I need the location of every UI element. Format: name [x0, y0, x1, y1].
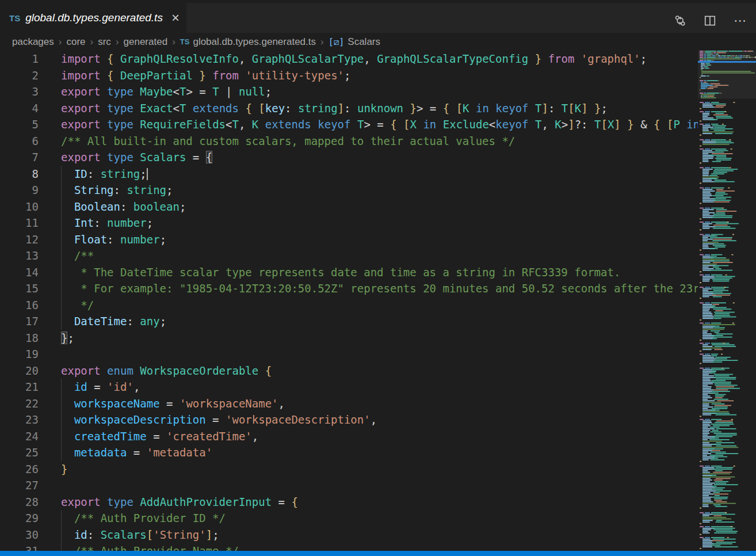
code-text: export type RequireFields<T, K extends k… — [61, 116, 698, 133]
line-number[interactable]: 15 — [0, 280, 39, 297]
line-number[interactable]: 17 — [0, 313, 39, 330]
split-editor-icon[interactable] — [704, 14, 716, 27]
line-number[interactable]: 4 — [0, 100, 39, 117]
code-line[interactable]: 28export type AddAuthProviderInput = { — [0, 494, 698, 511]
code-line[interactable]: 25 metadata = 'metadata' — [0, 444, 698, 461]
code-line[interactable]: 1import { GraphQLResolveInfo, GraphQLSca… — [0, 51, 698, 67]
code-text: createdTime = 'createdTime', — [61, 428, 258, 445]
code-line[interactable]: 24 createdTime = 'createdTime', — [0, 428, 698, 445]
breadcrumb-item-src[interactable]: src — [98, 36, 111, 48]
line-number[interactable]: 23 — [0, 412, 39, 428]
line-number[interactable]: 8 — [0, 166, 39, 182]
line-number[interactable]: 27 — [0, 477, 39, 494]
code-text: Float: number; — [61, 231, 166, 248]
code-text: metadata = 'metadata' — [61, 444, 212, 461]
line-number[interactable]: 20 — [0, 363, 39, 379]
ts-file-icon: TS — [180, 37, 190, 46]
code-line[interactable]: 17 DateTime: any; — [0, 313, 698, 330]
code-text: export type Scalars = { — [61, 149, 212, 166]
line-number[interactable]: 26 — [0, 461, 39, 478]
line-number[interactable]: 13 — [0, 247, 39, 264]
line-number[interactable]: 9 — [0, 182, 39, 199]
chevron-right-icon: › — [116, 36, 119, 48]
code-line[interactable]: 30 id: Scalars['String']; — [0, 527, 698, 543]
code-text: * For example: "1985-04-12T23:20:50.52Z"… — [61, 280, 698, 297]
code-line[interactable]: 22 workspaceName = 'workspaceName', — [0, 395, 698, 412]
close-icon[interactable]: × — [171, 12, 180, 24]
code-line[interactable]: 20export enum WorkspaceOrderable { — [0, 363, 698, 379]
breadcrumb-item-generated[interactable]: generated — [124, 36, 168, 48]
line-number[interactable]: 6 — [0, 133, 39, 150]
code-line[interactable]: 3export type Maybe<T> = T | null; — [0, 83, 698, 100]
line-number[interactable]: 24 — [0, 428, 39, 445]
line-number[interactable]: 2 — [0, 67, 39, 84]
code-line[interactable]: 21 id = 'id', — [0, 379, 698, 395]
code-line[interactable]: 18}; — [0, 330, 698, 346]
editor[interactable]: 1import { GraphQLResolveInfo, GraphQLSca… — [0, 51, 756, 551]
code-text: workspaceDescription = 'workspaceDescrip… — [61, 412, 377, 428]
code-line[interactable]: 15 * For example: "1985-04-12T23:20:50.5… — [0, 280, 698, 297]
line-number[interactable]: 1 — [0, 51, 39, 67]
code-line[interactable]: 27 — [0, 477, 698, 494]
line-number[interactable]: 18 — [0, 330, 39, 346]
code-line[interactable]: 10 Boolean: boolean; — [0, 199, 698, 215]
code-text: * The DateTime scalar type represents da… — [61, 264, 620, 281]
code-text: import { DeepPartial } from 'utility-typ… — [61, 67, 350, 84]
breadcrumb-item-symbol[interactable]: Scalars — [348, 36, 380, 48]
line-number[interactable]: 30 — [0, 527, 39, 543]
minimap[interactable] — [698, 51, 756, 551]
code-line[interactable]: 23 workspaceDescription = 'workspaceDesc… — [0, 412, 698, 428]
code-text: /** Auth Provider Name */ — [61, 543, 239, 551]
chevron-right-icon: › — [172, 36, 175, 48]
code-text: Boolean: boolean; — [61, 199, 186, 215]
tab-bar: TS global.db.types.generated.ts × — [0, 0, 756, 33]
breadcrumb-item-packages[interactable]: packages — [12, 36, 54, 48]
code-line[interactable]: 6/** All built-in and custom scalars, ma… — [0, 133, 698, 150]
code-line[interactable]: 19 — [0, 346, 698, 363]
line-number[interactable]: 21 — [0, 379, 39, 395]
line-number[interactable]: 14 — [0, 264, 39, 281]
code-line[interactable]: 12 Float: number; — [0, 231, 698, 248]
code-line[interactable]: 11 Int: number; — [0, 215, 698, 231]
code-text: /** — [61, 247, 94, 264]
indent-guide — [61, 379, 62, 461]
chevron-right-icon: › — [320, 36, 324, 48]
line-number[interactable]: 5 — [0, 116, 39, 133]
line-number[interactable]: 16 — [0, 297, 39, 314]
line-number[interactable]: 28 — [0, 494, 39, 511]
code-text: */ — [61, 297, 94, 314]
editor-actions: ⋯ — [674, 6, 747, 36]
code-text: Int: number; — [61, 215, 153, 231]
code-line[interactable]: 4export type Exact<T extends { [key: str… — [0, 100, 698, 117]
code-line[interactable]: 16 */ — [0, 297, 698, 314]
editor-tab[interactable]: TS global.db.types.generated.ts × — [0, 3, 186, 33]
code-line[interactable]: 7export type Scalars = { — [0, 149, 698, 166]
breadcrumb-item-core[interactable]: core — [66, 36, 85, 48]
code-line[interactable]: 13 /** — [0, 247, 698, 264]
code-line[interactable]: 2import { DeepPartial } from 'utility-ty… — [0, 67, 698, 84]
line-number[interactable]: 22 — [0, 395, 39, 412]
breadcrumb-item-file[interactable]: global.db.types.generated.ts — [193, 36, 316, 48]
line-number[interactable]: 31 — [0, 543, 39, 551]
code-text: id = 'id', — [61, 379, 140, 395]
line-number[interactable]: 3 — [0, 83, 39, 100]
more-actions-icon[interactable]: ⋯ — [734, 13, 747, 28]
line-number[interactable]: 29 — [0, 510, 39, 527]
line-number[interactable]: 10 — [0, 199, 39, 215]
code-text: workspaceName = 'workspaceName', — [61, 395, 285, 412]
line-number[interactable]: 25 — [0, 444, 39, 461]
code-line[interactable]: 31 /** Auth Provider Name */ — [0, 543, 698, 551]
code-line[interactable]: 14 * The DateTime scalar type represents… — [0, 264, 698, 281]
line-number[interactable]: 11 — [0, 215, 39, 231]
line-number[interactable]: 19 — [0, 346, 39, 363]
code-line[interactable]: 8 ID: string; — [0, 166, 698, 182]
line-number[interactable]: 7 — [0, 149, 39, 166]
code-area[interactable]: 1import { GraphQLResolveInfo, GraphQLSca… — [0, 51, 698, 551]
open-changes-icon[interactable] — [674, 14, 686, 27]
code-line[interactable]: 29 /** Auth Provider ID */ — [0, 510, 698, 527]
code-line[interactable]: 9 String: string; — [0, 182, 698, 199]
code-line[interactable]: 26} — [0, 461, 698, 478]
code-text: export type AddAuthProviderInput = { — [61, 494, 298, 511]
code-line[interactable]: 5export type RequireFields<T, K extends … — [0, 116, 698, 133]
line-number[interactable]: 12 — [0, 231, 39, 248]
